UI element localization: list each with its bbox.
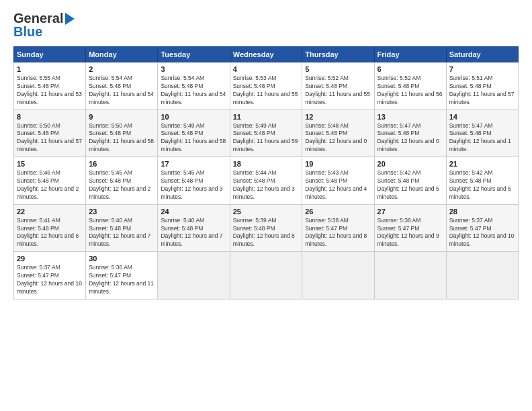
day-detail: Sunrise: 5:46 AMSunset: 5:48 PMDaylight:…	[17, 169, 83, 201]
day-detail: Sunrise: 5:39 AMSunset: 5:48 PMDaylight:…	[233, 217, 299, 249]
calendar-cell: 22Sunrise: 5:41 AMSunset: 5:48 PMDayligh…	[14, 204, 86, 252]
calendar-cell: 9Sunrise: 5:50 AMSunset: 5:48 PMDaylight…	[86, 109, 158, 157]
day-detail: Sunrise: 5:42 AMSunset: 5:48 PMDaylight:…	[378, 169, 443, 201]
calendar-cell: 2Sunrise: 5:54 AMSunset: 5:48 PMDaylight…	[86, 62, 158, 110]
calendar-week-5: 29Sunrise: 5:37 AMSunset: 5:47 PMDayligh…	[14, 252, 519, 300]
calendar-cell: 29Sunrise: 5:37 AMSunset: 5:47 PMDayligh…	[14, 252, 86, 300]
day-number: 30	[89, 255, 154, 263]
calendar-cell	[446, 252, 518, 300]
day-detail: Sunrise: 5:49 AMSunset: 5:48 PMDaylight:…	[161, 122, 226, 154]
day-detail: Sunrise: 5:53 AMSunset: 5:48 PMDaylight:…	[233, 75, 299, 107]
day-number: 5	[305, 65, 371, 73]
day-detail: Sunrise: 5:52 AMSunset: 5:48 PMDaylight:…	[378, 75, 443, 107]
day-detail: Sunrise: 5:45 AMSunset: 5:48 PMDaylight:…	[89, 169, 154, 201]
day-number: 26	[305, 208, 371, 216]
calendar-cell: 17Sunrise: 5:45 AMSunset: 5:48 PMDayligh…	[158, 157, 230, 205]
day-detail: Sunrise: 5:43 AMSunset: 5:48 PMDaylight:…	[305, 169, 371, 201]
day-number: 8	[17, 113, 83, 121]
calendar-cell: 28Sunrise: 5:37 AMSunset: 5:47 PMDayligh…	[446, 204, 518, 252]
calendar-cell: 20Sunrise: 5:42 AMSunset: 5:48 PMDayligh…	[374, 157, 446, 205]
day-number: 11	[233, 113, 299, 121]
calendar-cell: 18Sunrise: 5:44 AMSunset: 5:48 PMDayligh…	[230, 157, 302, 205]
day-detail: Sunrise: 5:52 AMSunset: 5:48 PMDaylight:…	[305, 75, 371, 107]
day-detail: Sunrise: 5:42 AMSunset: 5:48 PMDaylight:…	[449, 169, 515, 201]
day-number: 3	[161, 65, 226, 73]
calendar-cell: 25Sunrise: 5:39 AMSunset: 5:48 PMDayligh…	[230, 204, 302, 252]
day-number: 13	[378, 113, 443, 121]
day-number: 18	[233, 160, 299, 168]
day-detail: Sunrise: 5:49 AMSunset: 5:48 PMDaylight:…	[233, 122, 299, 154]
day-detail: Sunrise: 5:40 AMSunset: 5:48 PMDaylight:…	[89, 217, 154, 249]
weekday-header-monday: Monday	[86, 47, 158, 62]
weekday-header-sunday: Sunday	[14, 47, 86, 62]
calendar-cell: 12Sunrise: 5:48 AMSunset: 5:48 PMDayligh…	[302, 109, 374, 157]
calendar-cell: 1Sunrise: 5:55 AMSunset: 5:48 PMDaylight…	[14, 62, 86, 110]
weekday-header-row: SundayMondayTuesdayWednesdayThursdayFrid…	[14, 47, 519, 62]
calendar-cell: 3Sunrise: 5:54 AMSunset: 5:48 PMDaylight…	[158, 62, 230, 110]
day-detail: Sunrise: 5:41 AMSunset: 5:48 PMDaylight:…	[17, 217, 83, 249]
calendar-cell: 5Sunrise: 5:52 AMSunset: 5:48 PMDaylight…	[302, 62, 374, 110]
calendar-cell: 7Sunrise: 5:51 AMSunset: 5:48 PMDaylight…	[446, 62, 518, 110]
day-detail: Sunrise: 5:38 AMSunset: 5:47 PMDaylight:…	[378, 217, 443, 249]
calendar-cell: 23Sunrise: 5:40 AMSunset: 5:48 PMDayligh…	[86, 204, 158, 252]
weekday-header-tuesday: Tuesday	[158, 47, 230, 62]
logo-blue: Blue	[13, 24, 42, 40]
day-detail: Sunrise: 5:36 AMSunset: 5:47 PMDaylight:…	[89, 264, 154, 296]
calendar-week-2: 8Sunrise: 5:50 AMSunset: 5:48 PMDaylight…	[14, 109, 519, 157]
calendar-cell: 16Sunrise: 5:45 AMSunset: 5:48 PMDayligh…	[86, 157, 158, 205]
day-number: 16	[89, 160, 154, 168]
calendar-cell: 14Sunrise: 5:47 AMSunset: 5:48 PMDayligh…	[446, 109, 518, 157]
calendar-cell: 4Sunrise: 5:53 AMSunset: 5:48 PMDaylight…	[230, 62, 302, 110]
calendar-cell: 27Sunrise: 5:38 AMSunset: 5:47 PMDayligh…	[374, 204, 446, 252]
day-number: 19	[305, 160, 371, 168]
day-detail: Sunrise: 5:50 AMSunset: 5:48 PMDaylight:…	[17, 122, 83, 154]
day-number: 9	[89, 113, 154, 121]
day-number: 28	[449, 208, 515, 216]
day-number: 24	[161, 208, 226, 216]
day-number: 10	[161, 113, 226, 121]
day-detail: Sunrise: 5:38 AMSunset: 5:47 PMDaylight:…	[305, 217, 371, 249]
day-number: 6	[378, 65, 443, 73]
day-number: 7	[449, 65, 515, 73]
calendar-cell: 6Sunrise: 5:52 AMSunset: 5:48 PMDaylight…	[374, 62, 446, 110]
day-number: 2	[89, 65, 154, 73]
day-detail: Sunrise: 5:55 AMSunset: 5:48 PMDaylight:…	[17, 75, 83, 107]
calendar-cell: 15Sunrise: 5:46 AMSunset: 5:48 PMDayligh…	[14, 157, 86, 205]
weekday-header-thursday: Thursday	[302, 47, 374, 62]
day-number: 1	[17, 65, 83, 73]
calendar-cell: 30Sunrise: 5:36 AMSunset: 5:47 PMDayligh…	[86, 252, 158, 300]
day-detail: Sunrise: 5:45 AMSunset: 5:48 PMDaylight:…	[161, 169, 226, 201]
day-number: 22	[17, 208, 83, 216]
calendar-cell: 13Sunrise: 5:47 AMSunset: 5:48 PMDayligh…	[374, 109, 446, 157]
calendar-cell: 24Sunrise: 5:40 AMSunset: 5:48 PMDayligh…	[158, 204, 230, 252]
calendar-cell	[158, 252, 230, 300]
day-number: 15	[17, 160, 83, 168]
calendar-cell	[302, 252, 374, 300]
day-number: 4	[233, 65, 299, 73]
day-detail: Sunrise: 5:47 AMSunset: 5:48 PMDaylight:…	[449, 122, 515, 154]
day-number: 21	[449, 160, 515, 168]
day-detail: Sunrise: 5:37 AMSunset: 5:47 PMDaylight:…	[17, 264, 83, 296]
day-number: 12	[305, 113, 371, 121]
day-detail: Sunrise: 5:48 AMSunset: 5:48 PMDaylight:…	[305, 122, 371, 154]
logo: General Blue	[13, 11, 75, 40]
day-number: 17	[161, 160, 226, 168]
calendar-week-4: 22Sunrise: 5:41 AMSunset: 5:48 PMDayligh…	[14, 204, 519, 252]
page-header: General Blue	[13, 11, 519, 40]
calendar-cell: 10Sunrise: 5:49 AMSunset: 5:48 PMDayligh…	[158, 109, 230, 157]
day-detail: Sunrise: 5:47 AMSunset: 5:48 PMDaylight:…	[378, 122, 443, 154]
logo-arrow-icon	[65, 13, 75, 25]
day-detail: Sunrise: 5:50 AMSunset: 5:48 PMDaylight:…	[89, 122, 154, 154]
calendar-week-1: 1Sunrise: 5:55 AMSunset: 5:48 PMDaylight…	[14, 62, 519, 110]
day-number: 14	[449, 113, 515, 121]
calendar-cell: 11Sunrise: 5:49 AMSunset: 5:48 PMDayligh…	[230, 109, 302, 157]
calendar-page: General Blue SundayMondayTuesdayWednesda…	[0, 0, 532, 411]
day-number: 23	[89, 208, 154, 216]
day-number: 29	[17, 255, 83, 263]
day-number: 27	[378, 208, 443, 216]
calendar-cell	[230, 252, 302, 300]
calendar-cell: 21Sunrise: 5:42 AMSunset: 5:48 PMDayligh…	[446, 157, 518, 205]
calendar-table: SundayMondayTuesdayWednesdayThursdayFrid…	[13, 46, 519, 300]
weekday-header-friday: Friday	[374, 47, 446, 62]
day-detail: Sunrise: 5:37 AMSunset: 5:47 PMDaylight:…	[449, 217, 515, 249]
